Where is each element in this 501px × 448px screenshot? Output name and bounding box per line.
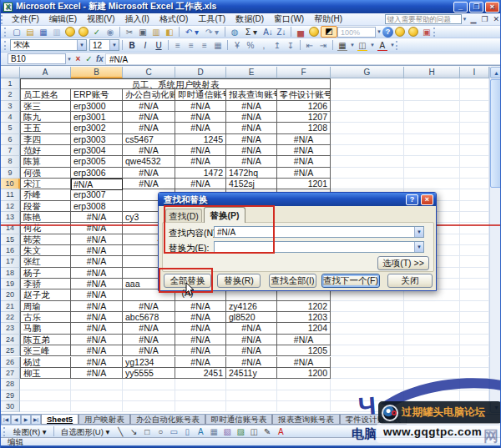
- cell-E26[interactable]: #N/A: [226, 357, 277, 368]
- cell-I17[interactable]: [460, 256, 489, 267]
- cell-A27[interactable]: 柳玉: [20, 368, 71, 379]
- cell-I15[interactable]: [460, 234, 489, 245]
- replace-with-dropdown-icon[interactable]: ▼: [414, 242, 423, 252]
- help-icon[interactable]: ?: [382, 27, 393, 38]
- cell-B27[interactable]: #N/A: [71, 368, 123, 379]
- sort-ascending-icon[interactable]: A↓: [261, 27, 275, 38]
- print-icon[interactable]: [65, 27, 75, 37]
- line-tool-icon[interactable]: ╲: [114, 426, 127, 437]
- cell-C26[interactable]: yg1234: [123, 357, 175, 368]
- cell-C3[interactable]: #N/A: [123, 101, 175, 112]
- diagram-icon[interactable]: ▦: [207, 426, 220, 437]
- permission-icon[interactable]: ▥: [50, 27, 63, 38]
- cell-D3[interactable]: #N/A: [175, 101, 226, 112]
- cell-I6[interactable]: [460, 134, 489, 145]
- hyperlink-icon[interactable]: ◍: [228, 27, 241, 38]
- cell-A23[interactable]: 马鹏: [20, 323, 71, 334]
- row-header-15[interactable]: 15: [1, 234, 20, 245]
- cell-A21[interactable]: 周瑜: [20, 301, 71, 312]
- cell-F4[interactable]: 1207: [277, 112, 331, 123]
- cell-I4[interactable]: [460, 112, 489, 123]
- row-header-2[interactable]: 2: [1, 89, 20, 100]
- row-header-23[interactable]: 23: [1, 323, 20, 334]
- column-header-B[interactable]: B: [71, 67, 123, 78]
- cell-I1[interactable]: [460, 78, 489, 89]
- smiley-blob-icon-2[interactable]: [408, 27, 418, 37]
- select-all-corner[interactable]: [1, 67, 20, 78]
- italic-icon[interactable]: I: [139, 40, 152, 51]
- cell-G25[interactable]: [331, 345, 404, 356]
- cell-I3[interactable]: [460, 101, 489, 112]
- cell-G24[interactable]: [331, 335, 404, 345]
- menu-tools[interactable]: 工具(T): [193, 13, 230, 26]
- comma-icon[interactable]: ,: [257, 40, 271, 51]
- name-box[interactable]: B10: [8, 53, 66, 64]
- row-header-21[interactable]: 21: [1, 301, 20, 312]
- cell-A10[interactable]: 宋江: [20, 179, 71, 189]
- cell-B29[interactable]: [71, 390, 123, 401]
- borders-icon-dropdown[interactable]: ▼: [350, 43, 355, 48]
- cell-C24[interactable]: #N/A: [123, 335, 175, 345]
- cell-E2[interactable]: 报表查询账号: [226, 89, 277, 100]
- font-color-icon-dropdown[interactable]: ▼: [390, 43, 395, 48]
- cell-B22[interactable]: #N/A: [71, 312, 123, 323]
- cell-I18[interactable]: [460, 268, 489, 279]
- cell-E9[interactable]: 1472hq: [226, 168, 277, 179]
- row-header-28[interactable]: 28: [1, 379, 20, 390]
- cell-H9[interactable]: [404, 168, 460, 179]
- merge-center-icon[interactable]: ▦: [211, 40, 225, 51]
- row-header-22[interactable]: 22: [1, 312, 20, 323]
- cell-B11[interactable]: erp3007: [71, 189, 123, 200]
- decrease-decimal-icon[interactable]: ↧: [284, 40, 297, 51]
- formula-input[interactable]: #N/A: [105, 53, 501, 65]
- cell-F30[interactable]: [277, 401, 331, 412]
- cell-I24[interactable]: [460, 335, 489, 345]
- cell-C8[interactable]: qwe4532: [123, 156, 175, 167]
- cell-E27[interactable]: 24511y: [226, 368, 277, 379]
- vertical-scrollbar[interactable]: ▲ ▼: [489, 67, 501, 414]
- workbook-restore-icon[interactable]: ❐: [478, 15, 490, 23]
- cell-C21[interactable]: #N/A: [123, 301, 175, 312]
- cell-B15[interactable]: #N/A: [71, 234, 123, 245]
- fill-bucket-icon[interactable]: ◫: [247, 426, 261, 437]
- cell-F23[interactable]: 1204: [277, 323, 331, 334]
- fill-color-icon-dropdown[interactable]: ▼: [370, 43, 375, 48]
- cell-F26[interactable]: #N/A: [277, 357, 331, 368]
- cell-B5[interactable]: erp3002: [71, 123, 123, 133]
- sheet-tab-0[interactable]: Sheet5: [41, 415, 78, 425]
- cell-F9[interactable]: #N/A: [277, 168, 331, 179]
- cell-D6[interactable]: 1245: [175, 134, 226, 145]
- cell-C4[interactable]: #N/A: [123, 112, 175, 123]
- align-center-icon[interactable]: ≡: [185, 40, 198, 51]
- cell-A15[interactable]: 韩荣: [20, 234, 71, 245]
- textbox-tool-icon[interactable]: ▭: [167, 426, 180, 437]
- cell-E5[interactable]: #N/A: [226, 123, 277, 133]
- scroll-up-icon[interactable]: ▲: [490, 67, 501, 78]
- cell-H23[interactable]: [404, 323, 460, 334]
- cell-A29[interactable]: [20, 390, 71, 401]
- row-header-20[interactable]: 20: [1, 289, 20, 300]
- cell-F25[interactable]: 1205: [277, 345, 331, 356]
- row-header-5[interactable]: 5: [1, 123, 20, 133]
- autoshapes-menu-button[interactable]: 自选图形(U) ▾: [57, 426, 114, 437]
- cell-A16[interactable]: 朱文: [20, 245, 71, 256]
- cell-B21[interactable]: #N/A: [71, 301, 123, 312]
- cell-A28[interactable]: [20, 379, 71, 390]
- column-header-F[interactable]: F: [277, 67, 331, 78]
- save-icon[interactable]: ▦: [37, 27, 50, 38]
- cell-B12[interactable]: erp3008: [71, 201, 123, 212]
- cell-F2[interactable]: 零件设计账号: [277, 89, 331, 100]
- cell-D5[interactable]: #N/A: [175, 123, 226, 133]
- cell-F3[interactable]: 1206: [277, 101, 331, 112]
- align-left-icon[interactable]: ≡: [171, 40, 185, 51]
- menu-data[interactable]: 数据(D): [230, 13, 269, 26]
- cell-H1[interactable]: [404, 78, 460, 89]
- cut-icon[interactable]: ✂: [123, 27, 136, 38]
- print-preview-icon[interactable]: [78, 27, 89, 37]
- cell-A3[interactable]: 张三: [20, 101, 71, 112]
- table-title-cell[interactable]: 员工、系统用户映射表: [20, 78, 331, 89]
- cell-D10[interactable]: #N/A: [175, 179, 226, 189]
- align-right-icon[interactable]: ≡: [198, 40, 211, 51]
- row-header-10[interactable]: 10: [1, 179, 20, 189]
- column-header-D[interactable]: D: [175, 67, 226, 78]
